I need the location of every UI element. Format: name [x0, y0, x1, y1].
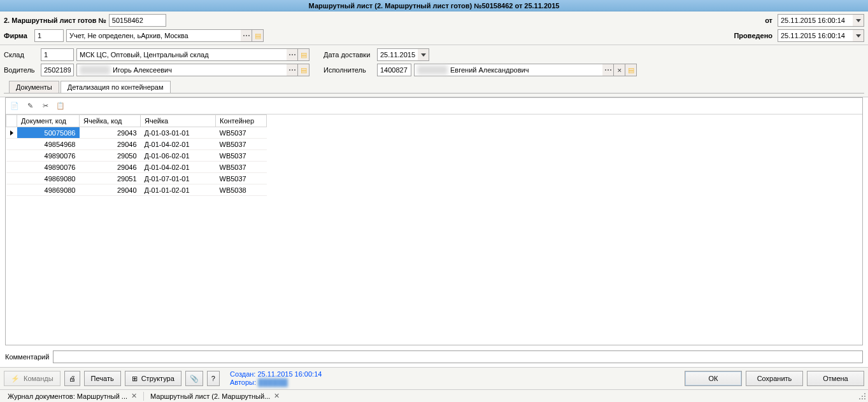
- printer-button[interactable]: 🖨: [64, 371, 80, 386]
- cell-doc-code[interactable]: 49854968: [17, 139, 80, 150]
- doc-number-input[interactable]: [109, 14, 166, 27]
- firma-code-input[interactable]: [34, 29, 64, 42]
- redacted-text: [80, 66, 110, 74]
- copy-row-icon[interactable]: 📋: [55, 101, 66, 111]
- edit-row-icon[interactable]: ✎: [25, 101, 35, 111]
- ispolnitel-name-input[interactable]: Евгений Александрович: [414, 64, 602, 76]
- lookup-button[interactable]: [241, 29, 252, 42]
- cell-doc-code[interactable]: 50075086: [17, 127, 80, 139]
- window-title-bar: Маршрутный лист (2. Маршрутный лист гото…: [0, 0, 868, 11]
- cell-container[interactable]: WB5038: [216, 184, 267, 196]
- status-tab-2-label: Маршрутный лист (2. Маршрутный...: [150, 392, 270, 400]
- close-icon[interactable]: ✕: [131, 392, 137, 400]
- sklad-name-input[interactable]: [76, 48, 287, 61]
- cell-cell-code[interactable]: 29046: [80, 139, 141, 150]
- col-cell-code[interactable]: Ячейка, код: [80, 115, 141, 127]
- voditel-name-input[interactable]: Игорь Алексеевич: [76, 64, 287, 76]
- cell-cell[interactable]: Д-01-04-02-01: [141, 139, 216, 150]
- cell-container[interactable]: WB5037: [216, 150, 267, 162]
- lookup-button[interactable]: [287, 64, 298, 76]
- chevron-down-icon[interactable]: [853, 29, 864, 42]
- cell-doc-code[interactable]: 49890076: [17, 162, 80, 173]
- cell-container[interactable]: WB5037: [216, 173, 267, 184]
- cell-container[interactable]: WB5037: [216, 139, 267, 150]
- table-row[interactable]: 4989007629046Д-01-04-02-01WB5037: [6, 162, 267, 173]
- cell-doc-code[interactable]: 49869080: [17, 184, 80, 196]
- chevron-down-icon[interactable]: [418, 48, 429, 61]
- comment-input[interactable]: [53, 350, 863, 363]
- voditel-code-input[interactable]: [41, 64, 74, 76]
- cell-cell[interactable]: Д-01-01-02-01: [141, 184, 216, 196]
- redacted-text: ██████: [258, 378, 288, 386]
- close-icon[interactable]: ✕: [274, 392, 280, 400]
- ispolnitel-label: Исполнитель: [324, 66, 374, 74]
- cell-cell-code[interactable]: 29040: [80, 184, 141, 196]
- data-dostavki-input[interactable]: [377, 48, 418, 61]
- cancel-button[interactable]: Отмена: [807, 371, 864, 386]
- cell-cell[interactable]: Д-01-07-01-01: [141, 173, 216, 184]
- cell-doc-code[interactable]: 49869080: [17, 173, 80, 184]
- cell-container[interactable]: WB5037: [216, 127, 267, 139]
- table-row[interactable]: 5007508629043Д-01-03-01-01WB5037: [6, 127, 267, 139]
- ellipsis-icon: [243, 32, 250, 39]
- status-tab-1[interactable]: Журнал документов: Маршрутный ... ✕: [4, 392, 141, 400]
- doc-status-label: 2. Маршрутный лист готов №: [4, 17, 106, 24]
- table-row[interactable]: 4989007629050Д-01-06-02-01WB5037: [6, 150, 267, 162]
- commands-button[interactable]: ⚡ Команды: [4, 371, 60, 386]
- cell-cell-code[interactable]: 29050: [80, 150, 141, 162]
- cell-cell-code[interactable]: 29046: [80, 162, 141, 173]
- lookup-button[interactable]: [602, 64, 614, 76]
- lookup-button[interactable]: [287, 48, 298, 61]
- cell-cell[interactable]: Д-01-06-02-01: [141, 150, 216, 162]
- cell-cell[interactable]: Д-01-04-02-01: [141, 162, 216, 173]
- voditel-name-text: Игорь Алексеевич: [113, 64, 172, 76]
- attachments-button[interactable]: 📎: [185, 371, 203, 386]
- redacted-text: [417, 66, 448, 74]
- structure-button[interactable]: ⊞ Структура: [125, 371, 181, 386]
- row-indicator-cell: [6, 127, 17, 139]
- row-indicator-cell: [6, 184, 17, 196]
- tab-details[interactable]: Детализация по контейнерам: [60, 81, 171, 93]
- col-cell[interactable]: Ячейка: [141, 115, 216, 127]
- status-tab-2[interactable]: Маршрутный лист (2. Маршрутный... ✕: [146, 392, 283, 400]
- table-row[interactable]: 4986908029051Д-01-07-01-01WB5037: [6, 173, 267, 184]
- resize-grip-icon[interactable]: [858, 392, 867, 401]
- status-tab-1-label: Журнал документов: Маршрутный ...: [8, 392, 127, 400]
- sklad-code-input[interactable]: [41, 48, 74, 61]
- help-button[interactable]: ?: [207, 371, 220, 386]
- new-button[interactable]: ▤: [298, 48, 309, 61]
- print-button[interactable]: Печать: [84, 371, 121, 386]
- new-button[interactable]: ▤: [252, 29, 264, 42]
- provedeno-datetime[interactable]: [778, 29, 864, 42]
- col-container[interactable]: Контейнер: [216, 115, 267, 127]
- cell-cell[interactable]: Д-01-03-01-01: [141, 127, 216, 139]
- add-row-icon[interactable]: 📄: [10, 101, 20, 111]
- ok-button[interactable]: ОК: [685, 371, 742, 386]
- ot-datetime[interactable]: [778, 14, 864, 27]
- cell-container[interactable]: WB5037: [216, 162, 267, 173]
- col-doc-code[interactable]: Документ, код: [17, 115, 80, 127]
- new-button[interactable]: ▤: [298, 64, 309, 76]
- chevron-down-icon[interactable]: [853, 14, 864, 27]
- data-dostavki-date[interactable]: [377, 48, 429, 61]
- ispolnitel-code-input[interactable]: [377, 64, 411, 76]
- row-indicator-cell: [6, 150, 17, 162]
- firma-name-input[interactable]: [66, 29, 241, 42]
- clear-button[interactable]: [614, 64, 625, 76]
- grid-body[interactable]: Документ, код Ячейка, код Ячейка Контейн…: [6, 114, 862, 345]
- delete-row-icon[interactable]: ✂: [40, 101, 50, 111]
- new-button[interactable]: ▤: [625, 64, 637, 76]
- table-row[interactable]: 4986908029040Д-01-01-02-01WB5038: [6, 184, 267, 196]
- cell-cell-code[interactable]: 29051: [80, 173, 141, 184]
- provedeno-datetime-input[interactable]: [778, 29, 853, 42]
- cell-doc-code[interactable]: 49890076: [17, 150, 80, 162]
- cell-cell-code[interactable]: 29043: [80, 127, 141, 139]
- ot-datetime-input[interactable]: [778, 14, 853, 27]
- voditel-label: Водитель: [4, 66, 38, 74]
- ot-label: от: [765, 17, 772, 24]
- row-indicator-cell: [6, 139, 17, 150]
- table-row[interactable]: 4985496829046Д-01-04-02-01WB5037: [6, 139, 267, 150]
- provedeno-label: Проведено: [734, 32, 772, 39]
- tab-documents[interactable]: Документы: [9, 81, 59, 93]
- save-button[interactable]: Сохранить: [746, 371, 803, 386]
